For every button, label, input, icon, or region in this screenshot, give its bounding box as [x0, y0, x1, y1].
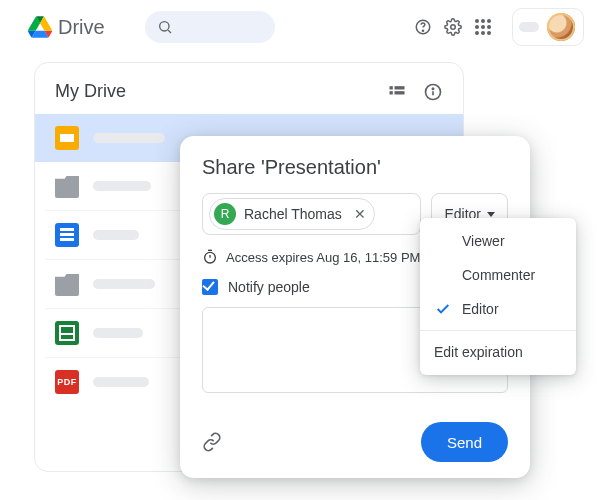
folder-icon [55, 174, 79, 198]
check-icon [434, 301, 452, 317]
sheets-icon [55, 321, 79, 345]
copy-link-icon[interactable] [202, 432, 222, 452]
pdf-icon: PDF [55, 370, 79, 394]
file-name-placeholder [93, 279, 155, 289]
access-expiration-text: Access expires Aug 16, 11:59 PM [226, 250, 420, 265]
view-list-icon[interactable] [387, 82, 407, 102]
drive-title: My Drive [55, 81, 126, 102]
drive-panel-header: My Drive [35, 81, 463, 114]
help-icon[interactable] [414, 18, 432, 36]
svg-rect-6 [395, 86, 405, 89]
svg-rect-5 [390, 86, 393, 89]
drive-logo-icon [28, 15, 52, 39]
svg-point-4 [451, 25, 456, 30]
role-option-label: Viewer [462, 233, 505, 249]
header-icons [414, 8, 584, 46]
svg-point-13 [432, 88, 433, 89]
docs-icon [55, 223, 79, 247]
role-dropdown-menu: Viewer Commenter Editor Edit expiration [420, 218, 576, 375]
drive-logo-text: Drive [58, 16, 105, 39]
file-name-placeholder [93, 377, 149, 387]
account-pill [519, 22, 539, 32]
drive-logo[interactable]: Drive [28, 15, 105, 39]
notify-label: Notify people [228, 279, 310, 295]
role-option-label: Commenter [462, 267, 535, 283]
file-name-placeholder [93, 328, 143, 338]
settings-icon[interactable] [444, 18, 462, 36]
edit-expiration-option[interactable]: Edit expiration [420, 335, 576, 369]
role-option-label: Editor [462, 301, 499, 317]
file-name-placeholder [93, 181, 151, 191]
search-icon [157, 19, 173, 35]
dropdown-separator [420, 330, 576, 331]
svg-rect-8 [395, 91, 405, 94]
share-dialog-title: Share 'Presentation' [202, 156, 508, 179]
person-chip-avatar: R [214, 203, 236, 225]
file-name-placeholder [93, 133, 165, 143]
person-chip[interactable]: R Rachel Thomas ✕ [209, 198, 375, 230]
svg-line-1 [168, 30, 171, 33]
edit-expiration-label: Edit expiration [434, 344, 523, 360]
role-option-commenter[interactable]: Commenter [420, 258, 576, 292]
slides-icon [55, 126, 79, 150]
user-avatar [547, 13, 575, 41]
caret-down-icon [487, 212, 495, 217]
app-header: Drive [0, 0, 608, 54]
file-name-placeholder [93, 230, 139, 240]
person-chip-name: Rachel Thomas [244, 206, 342, 222]
svg-point-3 [422, 30, 423, 31]
apps-icon[interactable] [474, 18, 492, 36]
notify-checkbox[interactable] [202, 279, 218, 295]
folder-icon [55, 272, 79, 296]
svg-rect-7 [390, 91, 393, 94]
account-switcher[interactable] [512, 8, 584, 46]
search-bar[interactable] [145, 11, 275, 43]
svg-point-0 [159, 22, 168, 31]
send-button[interactable]: Send [421, 422, 508, 462]
role-option-viewer[interactable]: Viewer [420, 224, 576, 258]
role-option-editor[interactable]: Editor [420, 292, 576, 326]
info-icon[interactable] [423, 82, 443, 102]
chip-remove-icon[interactable]: ✕ [354, 206, 366, 222]
send-button-label: Send [447, 434, 482, 451]
share-people-input[interactable]: R Rachel Thomas ✕ [202, 193, 421, 235]
timer-icon [202, 249, 218, 265]
